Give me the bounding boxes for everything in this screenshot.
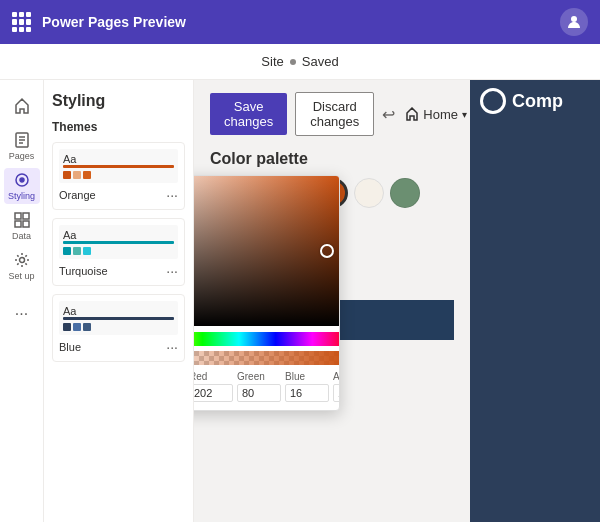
theme-name-blue: Blue [59,341,81,353]
theme-name-orange: Orange [59,189,96,201]
theme-dot-b2 [73,323,81,331]
theme-preview-orange: Aa [59,149,178,183]
color-gradient-box[interactable] [194,176,340,326]
themes-panel: Styling Themes Aa Orange ··· Aa [44,80,194,522]
discard-button[interactable]: Discard changes [295,92,374,136]
sidebar-item-home[interactable] [4,88,40,124]
color-gradient-cursor[interactable] [320,244,334,258]
theme-dot-3 [83,171,91,179]
theme-more-orange[interactable]: ··· [166,187,178,203]
sidebar-item-setup[interactable]: Set up [4,248,40,284]
theme-card-blue[interactable]: Aa Blue ··· [52,294,185,362]
theme-dot-b3 [83,323,91,331]
preview-header: Comp [470,80,600,122]
theme-sample-text: Aa [63,153,174,165]
theme-dots-blue [63,323,174,331]
theme-card-turquoise[interactable]: Aa Turquoise ··· [52,218,185,286]
theme-dot-t2 [73,247,81,255]
theme-dots-turquoise [63,247,174,255]
theme-preview-turquoise: Aa [59,225,178,259]
color-picker-popup: Hex Red Green Blue Alpha [194,175,340,411]
color-palette-title: Color palette [210,150,454,168]
theme-dot-b1 [63,323,71,331]
home-button[interactable]: Home ▾ [399,103,470,126]
theme-bar-orange [63,165,174,168]
theme-sample-text-b: Aa [63,305,174,317]
theme-card-orange[interactable]: Aa Orange ··· [52,142,185,210]
alpha-label: Alpha [333,371,340,382]
theme-dots-orange [63,171,174,179]
alpha-input[interactable] [333,384,340,402]
toolbar: Save changes Discard changes ↩ Home ▾ [210,92,454,136]
svg-rect-8 [23,213,29,219]
sidebar-item-pages[interactable]: Pages [4,128,40,164]
user-avatar[interactable] [560,8,588,36]
svg-point-0 [571,16,577,22]
theme-bar-turquoise [63,241,174,244]
nav-back-icon[interactable]: ↩ [382,105,395,124]
red-label: Red [194,371,233,382]
svg-rect-9 [15,221,21,227]
sidebar-data-label: Data [12,231,31,241]
svg-rect-10 [23,221,29,227]
sidebar-setup-label: Set up [8,271,34,281]
site-label: Site [261,54,283,69]
content-area: Save changes Discard changes ↩ Home ▾ Co… [194,80,470,522]
main-layout: Pages Styling Data Set up ··· Styling Th… [0,80,600,522]
themes-subtitle: Themes [52,120,185,134]
theme-label-row-t: Turquoise ··· [59,263,178,279]
theme-dot-t3 [83,247,91,255]
theme-name-turquoise: Turquoise [59,265,108,277]
grid-icon[interactable] [12,12,32,32]
right-preview-panel: Comp [470,80,600,522]
sidebar-styling-label: Styling [8,191,35,201]
sidebar-item-data[interactable]: Data [4,208,40,244]
theme-dot-t1 [63,247,71,255]
color-inputs: Hex Red Green Blue Alpha [194,365,339,410]
theme-more-blue[interactable]: ··· [166,339,178,355]
svg-point-6 [20,178,24,182]
home-label: Home [423,107,458,122]
styling-title: Styling [52,92,185,110]
save-button[interactable]: Save changes [210,93,287,135]
green-input[interactable] [237,384,281,402]
separator-dot [290,59,296,65]
theme-more-turquoise[interactable]: ··· [166,263,178,279]
second-bar: Site Saved [0,44,600,80]
left-sidebar: Pages Styling Data Set up ··· [0,80,44,522]
theme-label-row-b: Blue ··· [59,339,178,355]
home-icon [405,107,419,121]
green-label: Green [237,371,281,382]
theme-preview-blue: Aa [59,301,178,335]
green-input-group: Green [237,371,281,402]
theme-dot-2 [73,171,81,179]
swatch-5[interactable] [354,178,384,208]
color-spectrum[interactable] [194,332,340,346]
alpha-input-group: Alpha [333,371,340,402]
preview-logo-circle [480,88,506,114]
theme-label-row: Orange ··· [59,187,178,203]
top-bar: Power Pages Preview [0,0,600,44]
blue-label: Blue [285,371,329,382]
red-input-group: Red [194,371,233,402]
nav-controls: ↩ Home ▾ [382,103,470,126]
svg-rect-7 [15,213,21,219]
sidebar-pages-label: Pages [9,151,35,161]
app-title: Power Pages Preview [42,14,560,30]
preview-company-text: Comp [512,91,563,112]
theme-dot-1 [63,171,71,179]
saved-label: Saved [302,54,339,69]
home-chevron-icon: ▾ [462,109,467,120]
theme-bar-blue [63,317,174,320]
blue-input-group: Blue [285,371,329,402]
theme-sample-text-t: Aa [63,229,174,241]
blue-input[interactable] [285,384,329,402]
svg-point-11 [19,258,24,263]
red-input[interactable] [194,384,233,402]
sidebar-item-styling[interactable]: Styling [4,168,40,204]
color-alpha-slider[interactable] [194,351,340,365]
swatch-6[interactable] [390,178,420,208]
sliders-row [194,326,339,365]
sidebar-more[interactable]: ··· [4,296,40,332]
